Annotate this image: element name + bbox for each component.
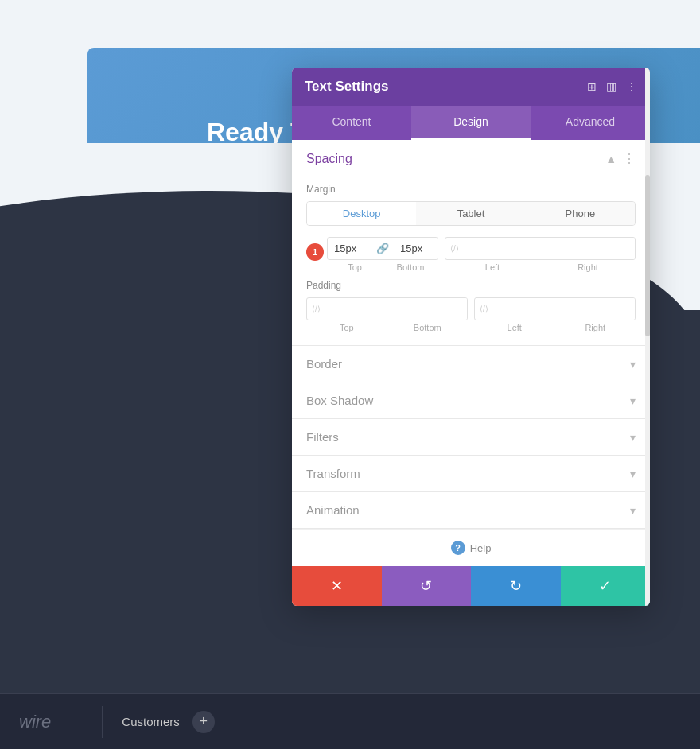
- right-label: Right: [540, 262, 636, 272]
- animation-title: Animation: [306, 503, 360, 517]
- padding-right-label: Right: [555, 323, 636, 332]
- panel-title: Text Settings: [305, 79, 388, 95]
- padding-bottom-input[interactable]: [396, 298, 467, 320]
- border-section: Border ▾: [292, 346, 650, 382]
- margin-top-input[interactable]: [328, 238, 371, 259]
- spacing-collapse-icon[interactable]: ▲: [605, 153, 616, 165]
- padding-top-bottom-group: ⟨/⟩ Top Bottom: [306, 297, 468, 332]
- transform-title: Transform: [306, 467, 360, 480]
- spacing-section: Spacing ▲ ⋮ Margin Desktop Tablet Phone: [292, 140, 650, 346]
- device-tab-tablet[interactable]: Tablet: [416, 202, 525, 225]
- filters-section: Filters ▾: [292, 419, 650, 456]
- border-chevron-icon[interactable]: ▾: [630, 358, 636, 371]
- box-shadow-header[interactable]: Box Shadow ▾: [292, 382, 650, 418]
- padding-left-input[interactable]: [493, 298, 564, 320]
- footer-bar: wire Customers +: [0, 693, 700, 749]
- transform-section: Transform ▾: [292, 456, 650, 492]
- margin-bottom-input[interactable]: [394, 238, 438, 259]
- padding-lr-labels: Left Right: [474, 320, 636, 332]
- spacing-menu-icon[interactable]: ⋮: [623, 151, 636, 166]
- animation-section: Animation ▾: [292, 492, 650, 529]
- panel-header-icons: ⊞ ▥ ⋮: [587, 80, 637, 93]
- padding-tb-labels: Top Bottom: [306, 320, 468, 332]
- redo-button[interactable]: ↻: [471, 566, 561, 606]
- cancel-button[interactable]: ✕: [292, 566, 382, 606]
- help-text[interactable]: Help: [470, 542, 492, 554]
- margin-right-input[interactable]: [549, 238, 635, 259]
- margin-left-right-group: ⟨/⟩ Left Right: [445, 237, 636, 272]
- help-icon: ?: [451, 541, 465, 555]
- save-button[interactable]: ✓: [561, 566, 651, 606]
- filters-header[interactable]: Filters ▾: [292, 419, 650, 455]
- help-section: ? Help: [292, 529, 650, 566]
- box-shadow-section: Box Shadow ▾: [292, 382, 650, 419]
- footer-divider: [102, 706, 103, 738]
- margin-label: Margin: [306, 184, 636, 195]
- margin-top-bottom-group: 🔗 Top Bottom: [327, 237, 438, 272]
- bottom-label: Bottom: [383, 262, 438, 272]
- margin-left-input[interactable]: [464, 238, 550, 259]
- padding-left-right-pair: ⟨/⟩: [474, 297, 636, 320]
- padding-label: Padding: [306, 280, 636, 291]
- more-options-icon[interactable]: ⋮: [626, 80, 637, 93]
- panel-header: Text Settings ⊞ ▥ ⋮: [292, 68, 650, 106]
- animation-chevron-icon[interactable]: ▾: [630, 504, 636, 517]
- margin-left-code-icon: ⟨/⟩: [445, 239, 464, 258]
- panel-tabs: Content Design Advanced: [292, 106, 650, 140]
- text-settings-panel: Text Settings ⊞ ▥ ⋮ Content Design Advan…: [292, 68, 650, 606]
- filters-title: Filters: [306, 430, 339, 444]
- filters-chevron-icon[interactable]: ▾: [630, 431, 636, 444]
- margin-left-group: 1 🔗 Top Bottom: [306, 237, 438, 272]
- padding-group: Padding ⟨/⟩ Top Bottom: [306, 280, 636, 332]
- border-title: Border: [306, 357, 342, 371]
- undo-button[interactable]: ↺: [382, 566, 472, 606]
- footer-logo: wire: [19, 712, 51, 732]
- margin-badge: 1: [306, 243, 324, 261]
- transform-chevron-icon[interactable]: ▾: [630, 468, 636, 480]
- spacing-header[interactable]: Spacing ▲ ⋮: [292, 140, 650, 177]
- padding-top-bottom-pair: ⟨/⟩: [306, 297, 468, 320]
- padding-right-input[interactable]: [564, 298, 635, 320]
- padding-left-right-group: ⟨/⟩ Left Right: [474, 297, 636, 332]
- tab-content[interactable]: Content: [292, 106, 411, 140]
- padding-left-label: Left: [474, 323, 555, 332]
- spacing-header-icons: ▲ ⋮: [605, 151, 636, 166]
- padding-top-label: Top: [306, 323, 387, 332]
- padding-code-icon-right: ⟨/⟩: [475, 300, 493, 318]
- panel-toolbar: ✕ ↺ ↻ ✓: [292, 566, 650, 606]
- margin-top-bottom-pair: 🔗: [327, 237, 438, 260]
- margin-inputs-row: 1 🔗 Top Bottom: [306, 237, 636, 272]
- margin-lr-labels: Left Right: [445, 260, 636, 272]
- padding-bottom-label: Bottom: [387, 323, 469, 332]
- top-label: Top: [327, 262, 383, 272]
- margin-link-icon[interactable]: 🔗: [371, 243, 394, 254]
- tab-design[interactable]: Design: [411, 106, 531, 140]
- padding-inputs-row: ⟨/⟩ Top Bottom ⟨/⟩: [306, 297, 636, 332]
- box-shadow-title: Box Shadow: [306, 394, 373, 407]
- scrollbar-thumb[interactable]: [645, 175, 650, 336]
- device-tab-phone[interactable]: Phone: [526, 202, 635, 225]
- add-customers-button[interactable]: +: [192, 711, 215, 733]
- spacing-title: Spacing: [306, 152, 352, 166]
- panel-content: Spacing ▲ ⋮ Margin Desktop Tablet Phone: [292, 140, 650, 606]
- margin-tb-labels: Top Bottom: [327, 260, 438, 272]
- transform-header[interactable]: Transform ▾: [292, 456, 650, 491]
- border-header[interactable]: Border ▾: [292, 346, 650, 382]
- margin-left-right-pair: ⟨/⟩: [445, 237, 636, 260]
- tab-advanced[interactable]: Advanced: [531, 106, 650, 140]
- panel-scrollbar[interactable]: [645, 68, 650, 606]
- padding-top-input[interactable]: [325, 298, 396, 320]
- device-tab-desktop[interactable]: Desktop: [307, 202, 416, 225]
- expand-icon[interactable]: ⊞: [587, 80, 597, 93]
- device-tabs: Desktop Tablet Phone: [306, 201, 636, 226]
- spacing-content: Margin Desktop Tablet Phone 1: [292, 177, 650, 345]
- columns-icon[interactable]: ▥: [606, 80, 616, 93]
- footer-customers-label: Customers: [122, 715, 180, 728]
- left-label: Left: [445, 262, 540, 272]
- animation-header[interactable]: Animation ▾: [292, 492, 650, 528]
- padding-code-icon-left: ⟨/⟩: [307, 300, 325, 318]
- box-shadow-chevron-icon[interactable]: ▾: [630, 394, 636, 407]
